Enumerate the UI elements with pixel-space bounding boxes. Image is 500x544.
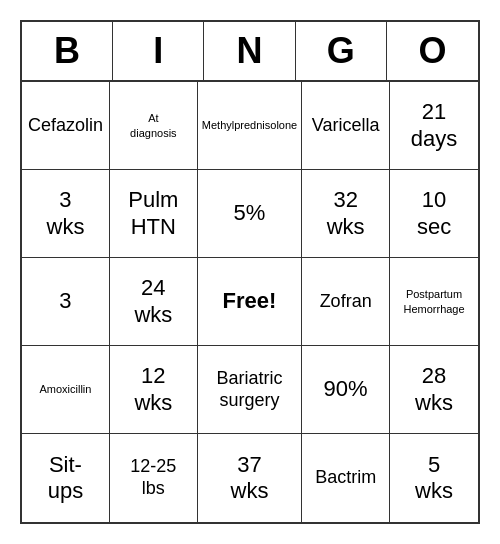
bingo-cell[interactable]: 37 wks — [198, 434, 302, 522]
bingo-cell[interactable]: 32 wks — [302, 170, 390, 258]
bingo-cell[interactable]: 3 wks — [22, 170, 110, 258]
cell-text: 5% — [234, 200, 266, 226]
cell-text: Amoxicillin — [39, 382, 91, 396]
cell-text: 10 sec — [417, 187, 451, 240]
bingo-cell[interactable]: Sit- ups — [22, 434, 110, 522]
cell-text: 37 wks — [231, 452, 269, 505]
cell-text: Zofran — [320, 291, 372, 313]
bingo-cell[interactable]: 3 — [22, 258, 110, 346]
header-letter: N — [204, 22, 295, 80]
bingo-cell[interactable]: Methylprednisolone — [198, 82, 302, 170]
bingo-cell[interactable]: Bariatric surgery — [198, 346, 302, 434]
bingo-cell[interactable]: Amoxicillin — [22, 346, 110, 434]
cell-text: Bariatric surgery — [216, 368, 282, 411]
cell-text: 24 wks — [134, 275, 172, 328]
bingo-cell[interactable]: Cefazolin — [22, 82, 110, 170]
cell-text: Cefazolin — [28, 115, 103, 137]
bingo-cell[interactable]: At diagnosis — [110, 82, 198, 170]
bingo-cell[interactable]: Varicella — [302, 82, 390, 170]
header-letter: O — [387, 22, 478, 80]
cell-text: 28 wks — [415, 363, 453, 416]
cell-text: 5 wks — [415, 452, 453, 505]
bingo-cell[interactable]: 90% — [302, 346, 390, 434]
bingo-cell[interactable]: 24 wks — [110, 258, 198, 346]
header-letter: B — [22, 22, 113, 80]
cell-text: 12-25 lbs — [130, 456, 176, 499]
bingo-cell[interactable]: Postpartum Hemorrhage — [390, 258, 478, 346]
header-letter: G — [296, 22, 387, 80]
bingo-grid: CefazolinAt diagnosisMethylprednisoloneV… — [22, 82, 478, 522]
bingo-cell[interactable]: Bactrim — [302, 434, 390, 522]
bingo-cell[interactable]: Pulm HTN — [110, 170, 198, 258]
header-letter: I — [113, 22, 204, 80]
cell-text: 3 — [59, 288, 71, 314]
bingo-cell[interactable]: 12-25 lbs — [110, 434, 198, 522]
cell-text: 32 wks — [327, 187, 365, 240]
bingo-cell[interactable]: 21 days — [390, 82, 478, 170]
cell-text: 3 wks — [47, 187, 85, 240]
cell-text: Pulm HTN — [128, 187, 178, 240]
cell-text: 12 wks — [134, 363, 172, 416]
bingo-card: BINGO CefazolinAt diagnosisMethylprednis… — [20, 20, 480, 524]
bingo-cell[interactable]: 28 wks — [390, 346, 478, 434]
cell-text: Free! — [223, 287, 277, 316]
cell-text: 21 days — [411, 99, 457, 152]
bingo-cell[interactable]: 12 wks — [110, 346, 198, 434]
cell-text: At diagnosis — [130, 111, 176, 140]
cell-text: Varicella — [312, 115, 380, 137]
cell-text: Sit- ups — [48, 452, 83, 505]
cell-text: Methylprednisolone — [202, 118, 297, 132]
bingo-header: BINGO — [22, 22, 478, 82]
bingo-cell[interactable]: 5 wks — [390, 434, 478, 522]
cell-text: Bactrim — [315, 467, 376, 489]
bingo-cell[interactable]: 10 sec — [390, 170, 478, 258]
bingo-cell[interactable]: Free! — [198, 258, 302, 346]
bingo-cell[interactable]: 5% — [198, 170, 302, 258]
cell-text: Postpartum Hemorrhage — [403, 287, 464, 316]
cell-text: 90% — [324, 376, 368, 402]
bingo-cell[interactable]: Zofran — [302, 258, 390, 346]
